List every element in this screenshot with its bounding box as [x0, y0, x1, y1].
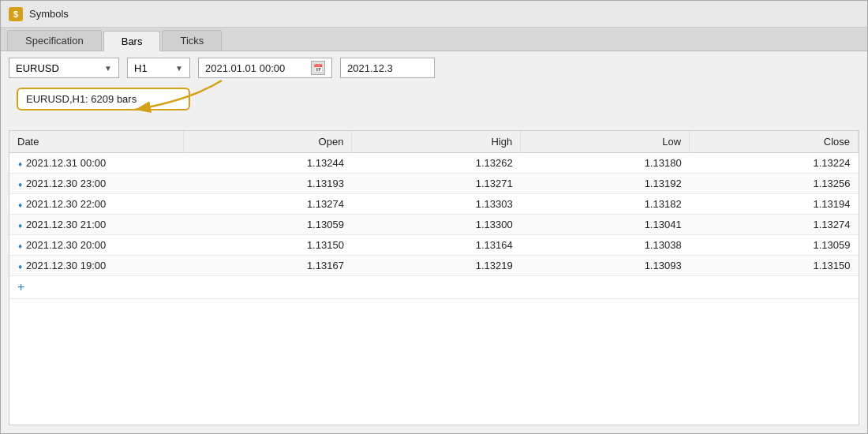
- timeframe-value: H1: [134, 62, 148, 74]
- cell-close: 1.13059: [690, 235, 859, 256]
- cell-date: ⬧2021.12.30 22:00: [9, 194, 183, 215]
- cell-open: 1.13274: [183, 194, 352, 215]
- tab-ticks[interactable]: Ticks: [162, 30, 222, 51]
- date-value: 2021.12.30 19:00: [26, 260, 106, 271]
- cell-low: 1.13093: [521, 256, 690, 276]
- cell-low: 1.13182: [521, 194, 690, 215]
- symbol-dropdown-arrow: ▼: [104, 64, 112, 73]
- cell-open: 1.13193: [183, 174, 352, 194]
- table-row: ⬧2021.12.30 20:001.131501.131641.130381.…: [9, 235, 859, 256]
- date-to-input[interactable]: 2021.12.3: [340, 58, 435, 78]
- window-icon: $: [9, 7, 23, 21]
- cell-high: 1.13300: [352, 215, 521, 235]
- symbol-dropdown[interactable]: EURUSD ▼: [9, 58, 119, 78]
- window-title: Symbols: [29, 8, 69, 20]
- cell-date: ⬧2021.12.30 20:00: [9, 235, 183, 256]
- table-row: ⬧2021.12.30 23:001.131931.132711.131921.…: [9, 174, 859, 194]
- cell-high: 1.13271: [352, 174, 521, 194]
- bar-icon: ⬧: [17, 178, 23, 189]
- date-value: 2021.12.30 21:00: [26, 219, 106, 230]
- cell-close: 1.13224: [690, 153, 859, 174]
- bar-icon: ⬧: [17, 158, 23, 169]
- cell-low: 1.13041: [521, 215, 690, 235]
- date-value: 2021.12.30 20:00: [26, 239, 106, 251]
- main-window: $ Symbols Specification Bars Ticks EURUS…: [0, 0, 868, 434]
- bars-table-container: Date Open High Low Close: [9, 130, 859, 425]
- table-body: ⬧2021.12.31 00:001.132441.132621.131801.…: [9, 153, 859, 299]
- table-row: ⬧2021.12.30 22:001.132741.133031.131821.…: [9, 194, 859, 215]
- cell-high: 1.13164: [352, 235, 521, 256]
- col-header-high: High: [352, 131, 521, 153]
- date-to-value: 2021.12.3: [347, 62, 428, 74]
- date-from-value: 2021.01.01 00:00: [205, 62, 306, 74]
- cell-open: 1.13167: [183, 256, 352, 276]
- bar-icon: ⬧: [17, 199, 23, 210]
- timeframe-dropdown-arrow: ▼: [175, 64, 183, 73]
- date-from-calendar-icon[interactable]: 📅: [311, 61, 325, 75]
- cell-open: 1.13244: [183, 153, 352, 174]
- table-row-more: +: [9, 276, 859, 299]
- cell-close: 1.13194: [690, 194, 859, 215]
- cell-open: 1.13059: [183, 215, 352, 235]
- cell-close: 1.13274: [690, 215, 859, 235]
- cell-date: ⬧2021.12.30 21:00: [9, 215, 183, 235]
- bar-icon: ⬧: [17, 219, 23, 230]
- bar-icon: ⬧: [17, 240, 23, 251]
- col-header-date: Date: [9, 131, 183, 153]
- table-header-row: Date Open High Low Close: [9, 131, 859, 153]
- cell-low: 1.13038: [521, 235, 690, 256]
- date-value: 2021.12.31 00:00: [26, 157, 106, 169]
- tab-specification[interactable]: Specification: [7, 30, 102, 51]
- title-bar: $ Symbols: [1, 1, 867, 28]
- cell-high: 1.13262: [352, 153, 521, 174]
- cell-close: 1.13150: [690, 256, 859, 276]
- table-row: ⬧2021.12.31 00:001.132441.132621.131801.…: [9, 153, 859, 174]
- date-value: 2021.12.30 23:00: [26, 178, 106, 189]
- cell-date: ⬧2021.12.31 00:00: [9, 153, 183, 174]
- cell-high: 1.13303: [352, 194, 521, 215]
- table-row: ⬧2021.12.30 19:001.131671.132191.130931.…: [9, 256, 859, 276]
- cell-high: 1.13219: [352, 256, 521, 276]
- date-from-input[interactable]: 2021.01.01 00:00 📅: [198, 58, 332, 78]
- col-header-low: Low: [521, 131, 690, 153]
- table-row: ⬧2021.12.30 21:001.130591.133001.130411.…: [9, 215, 859, 235]
- cell-open: 1.13150: [183, 235, 352, 256]
- cell-date: ⬧2021.12.30 23:00: [9, 174, 183, 194]
- bars-table: Date Open High Low Close: [9, 131, 859, 299]
- tab-bars[interactable]: Bars: [103, 31, 161, 51]
- cell-close: 1.13256: [690, 174, 859, 194]
- annotation-arrow: [88, 77, 309, 116]
- col-header-open: Open: [183, 131, 352, 153]
- bar-icon: ⬧: [17, 260, 23, 271]
- tab-bar: Specification Bars Ticks: [1, 28, 867, 51]
- symbol-value: EURUSD: [16, 62, 59, 74]
- cell-low: 1.13192: [521, 174, 690, 194]
- cell-low: 1.13180: [521, 153, 690, 174]
- more-indicator: +: [9, 276, 183, 299]
- timeframe-dropdown[interactable]: H1 ▼: [127, 58, 190, 78]
- col-header-close: Close: [690, 131, 859, 153]
- date-value: 2021.12.30 22:00: [26, 198, 106, 210]
- cell-date: ⬧2021.12.30 19:00: [9, 256, 183, 276]
